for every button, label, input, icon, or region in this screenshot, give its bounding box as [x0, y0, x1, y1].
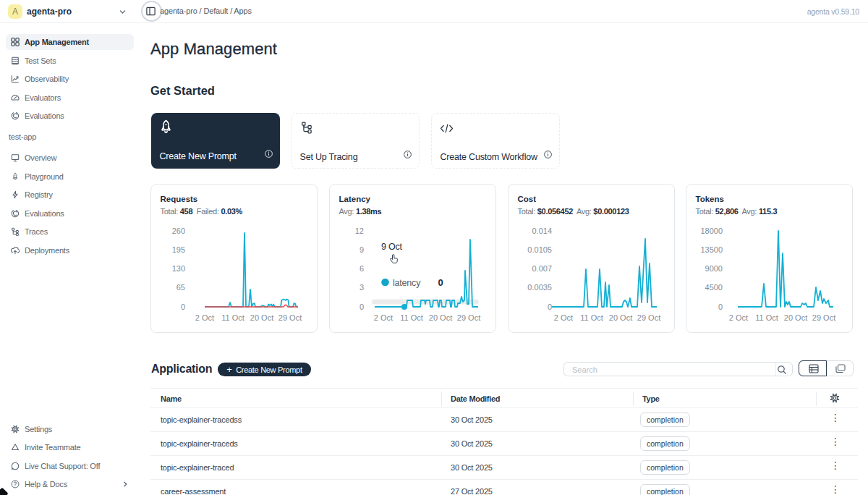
svg-text:6: 6 — [359, 264, 364, 273]
svg-text:0.007: 0.007 — [532, 264, 552, 273]
svg-text:18000: 18000 — [700, 227, 723, 235]
svg-text:130: 130 — [172, 264, 185, 273]
svg-text:2 Oct: 2 Oct — [554, 313, 573, 322]
svg-text:latency: latency — [393, 278, 421, 288]
svg-text:3: 3 — [359, 283, 364, 292]
svg-text:11 Oct: 11 Oct — [221, 313, 244, 322]
svg-text:2 Oct: 2 Oct — [374, 313, 393, 322]
svg-text:20 Oct: 20 Oct — [429, 313, 452, 322]
svg-text:0: 0 — [548, 302, 552, 311]
svg-text:0: 0 — [438, 277, 443, 288]
svg-text:0: 0 — [181, 302, 185, 311]
svg-text:260: 260 — [172, 227, 185, 235]
svg-text:20 Oct: 20 Oct — [609, 313, 632, 322]
svg-text:11 Oct: 11 Oct — [400, 313, 423, 322]
svg-text:0: 0 — [359, 302, 364, 311]
svg-text:29 Oct: 29 Oct — [637, 313, 660, 322]
svg-text:9: 9 — [359, 245, 364, 254]
svg-text:11 Oct: 11 Oct — [755, 313, 778, 322]
svg-text:2 Oct: 2 Oct — [729, 313, 748, 322]
svg-text:4500: 4500 — [705, 283, 723, 292]
svg-text:29 Oct: 29 Oct — [812, 313, 835, 322]
svg-text:65: 65 — [176, 283, 185, 292]
svg-text:20 Oct: 20 Oct — [250, 313, 273, 322]
svg-text:11 Oct: 11 Oct — [580, 313, 603, 322]
svg-text:9000: 9000 — [705, 264, 723, 273]
svg-text:29 Oct: 29 Oct — [278, 313, 302, 322]
svg-text:0.0105: 0.0105 — [527, 245, 552, 254]
svg-text:9 Oct: 9 Oct — [381, 242, 403, 252]
svg-text:195: 195 — [172, 245, 185, 254]
svg-text:29 Oct: 29 Oct — [457, 313, 480, 322]
svg-text:20 Oct: 20 Oct — [784, 313, 807, 322]
svg-text:12: 12 — [355, 227, 364, 235]
svg-text:2 Oct: 2 Oct — [195, 313, 214, 322]
svg-text:0.0035: 0.0035 — [527, 283, 552, 292]
svg-text:0: 0 — [718, 302, 723, 311]
svg-text:0.014: 0.014 — [532, 227, 552, 235]
svg-text:13500: 13500 — [700, 245, 723, 254]
